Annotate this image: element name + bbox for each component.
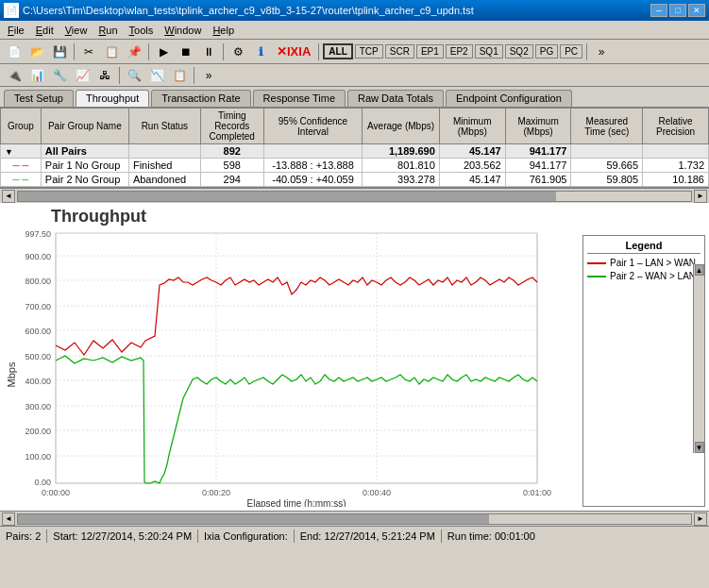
cell-all-pairs-maximum: 941.177 <box>505 144 571 159</box>
all-protocols-button[interactable]: ALL <box>323 43 352 59</box>
scroll-right-btn[interactable]: ► <box>694 190 707 203</box>
close-button[interactable]: ✕ <box>688 4 705 17</box>
data-table-container: Group Pair Group Name Run Status Timing … <box>0 108 709 188</box>
pause-button[interactable]: ⏸ <box>198 42 219 62</box>
toolbar-sep-2 <box>148 43 149 60</box>
tcp-button[interactable]: TCP <box>355 44 383 59</box>
settings-button[interactable]: ⚙ <box>228 42 248 62</box>
tb2-btn1[interactable]: 🔌 <box>4 65 25 86</box>
pair2-color-icon: ─ ─ <box>12 175 28 185</box>
cell-pair2-name: Pair 2 No Group <box>41 173 128 187</box>
legend-label-pair2: Pair 2 – WAN > LAN <box>610 271 696 281</box>
cell-pair2-records: 294 <box>200 173 263 187</box>
tab-endpoint-config[interactable]: Endpoint Configuration <box>446 90 572 107</box>
pg-button[interactable]: PG <box>535 44 558 59</box>
status-sep-2 <box>197 529 198 543</box>
tb2-btn2[interactable]: 📊 <box>26 65 47 86</box>
tb2-btn4[interactable]: 📈 <box>72 65 93 86</box>
ep2-button[interactable]: EP2 <box>446 44 473 59</box>
col-pair-group-name: Pair Group Name <box>41 109 128 144</box>
run-button[interactable]: ▶ <box>153 42 174 62</box>
expand-icon[interactable]: ▼ <box>5 147 13 157</box>
legend-scrollbar[interactable]: ▲ ▼ <box>693 264 704 453</box>
scroll-left-btn[interactable]: ◄ <box>2 190 15 203</box>
toolbar-sep-5 <box>586 43 587 60</box>
ep1-button[interactable]: EP1 <box>416 44 444 59</box>
titlebar-left: 📄 C:\Users\Tim\Desktop\wlan_tests\tplink… <box>4 3 474 18</box>
titlebar-title: C:\Users\Tim\Desktop\wlan_tests\tplink_a… <box>23 5 474 16</box>
open-button[interactable]: 📂 <box>26 42 47 62</box>
tab-raw-data-totals[interactable]: Raw Data Totals <box>347 90 444 107</box>
cut-button[interactable]: ✂ <box>78 42 99 62</box>
svg-text:300.00: 300.00 <box>25 402 51 412</box>
tb2-btn6[interactable]: 🔍 <box>124 65 144 86</box>
legend-item-pair1: Pair 1 – LAN > WAN <box>587 258 701 268</box>
scroll-track[interactable] <box>17 191 692 202</box>
chart-scroll-thumb[interactable] <box>18 514 489 524</box>
cell-pair2-average: 393.278 <box>363 173 439 187</box>
info-button[interactable]: ℹ <box>250 42 271 62</box>
tb2-btn8[interactable]: 📋 <box>169 65 190 86</box>
cell-pair2-icon: ─ ─ <box>1 173 42 187</box>
cell-all-pairs-minimum: 45.147 <box>439 144 505 159</box>
svg-text:0:01:00: 0:01:00 <box>523 488 551 497</box>
chart-scroll-track[interactable] <box>17 513 692 525</box>
menu-tools[interactable]: Tools <box>124 23 160 38</box>
copy-button[interactable]: 📋 <box>101 42 122 62</box>
chart-hscroll[interactable]: ◄ ► <box>0 511 709 526</box>
legend-scroll-up[interactable]: ▲ <box>695 264 704 276</box>
tb2-btn3[interactable]: 🔧 <box>49 65 70 86</box>
menu-file[interactable]: File <box>2 23 30 38</box>
maximize-button[interactable]: □ <box>669 4 686 17</box>
legend-item-pair2: Pair 2 – WAN > LAN <box>587 271 701 281</box>
tab-transaction-rate[interactable]: Transaction Rate <box>151 90 250 107</box>
paste-button[interactable]: 📌 <box>124 42 144 62</box>
cell-all-pairs-measured <box>571 144 643 159</box>
tab-response-time[interactable]: Response Time <box>253 90 346 107</box>
legend-label-pair1: Pair 1 – LAN > WAN <box>610 258 696 268</box>
pc-button[interactable]: PC <box>560 44 582 59</box>
chart-scroll-left[interactable]: ◄ <box>2 512 15 526</box>
tb2-btn7[interactable]: 📉 <box>146 65 167 86</box>
sq2-button[interactable]: SQ2 <box>505 44 533 59</box>
menu-edit[interactable]: Edit <box>30 23 59 38</box>
cell-pair1-minimum: 203.562 <box>439 159 505 173</box>
y-axis-label: Mbps <box>6 361 17 387</box>
titlebar-controls[interactable]: ─ □ ✕ <box>650 4 705 17</box>
toolbar-1: 📄 📂 💾 ✂ 📋 📌 ▶ ⏹ ⏸ ⚙ ℹ ✕IXIA ALL TCP SCR … <box>0 40 709 64</box>
tb2-more[interactable]: » <box>198 65 219 86</box>
cell-pair2-measured: 59.805 <box>571 173 643 187</box>
save-button[interactable]: 💾 <box>49 42 70 62</box>
menu-window[interactable]: Window <box>159 23 207 38</box>
col-confidence: 95% Confidence Interval <box>263 109 363 144</box>
toolbar-2: 🔌 📊 🔧 📈 🖧 🔍 📉 📋 » <box>0 64 709 87</box>
cell-pair2-precision: 10.186 <box>643 173 709 187</box>
table-hscroll[interactable]: ◄ ► <box>0 188 709 203</box>
svg-text:500.00: 500.00 <box>25 352 51 361</box>
results-table: Group Pair Group Name Run Status Timing … <box>0 108 709 187</box>
tab-throughput[interactable]: Throughput <box>76 90 149 107</box>
menu-run[interactable]: Run <box>93 23 123 38</box>
more-button[interactable]: » <box>591 42 612 62</box>
tb2-btn5[interactable]: 🖧 <box>94 65 115 86</box>
toolbar-sep-6 <box>119 67 120 84</box>
scr-button[interactable]: SCR <box>385 44 414 59</box>
minimize-button[interactable]: ─ <box>650 4 667 17</box>
col-precision: Relative Precision <box>643 109 709 144</box>
tab-test-setup[interactable]: Test Setup <box>4 90 74 107</box>
new-button[interactable]: 📄 <box>4 42 25 62</box>
svg-text:997.50: 997.50 <box>25 229 51 239</box>
toolbar-sep-7 <box>194 67 194 84</box>
sq1-button[interactable]: SQ1 <box>475 44 503 59</box>
toolbar-sep-3 <box>223 43 224 60</box>
cell-pair1-status: Finished <box>128 159 200 173</box>
chart-scroll-right[interactable]: ► <box>694 512 707 526</box>
stop-button[interactable]: ⏹ <box>176 42 196 62</box>
menu-help[interactable]: Help <box>207 23 240 38</box>
legend-scroll-down[interactable]: ▼ <box>695 442 704 453</box>
menu-view[interactable]: View <box>59 23 93 38</box>
col-maximum: Maximum (Mbps) <box>505 109 571 144</box>
toolbar-sep-1 <box>74 43 75 60</box>
cell-pair1-precision: 1.732 <box>643 159 709 173</box>
scroll-thumb[interactable] <box>18 192 556 201</box>
